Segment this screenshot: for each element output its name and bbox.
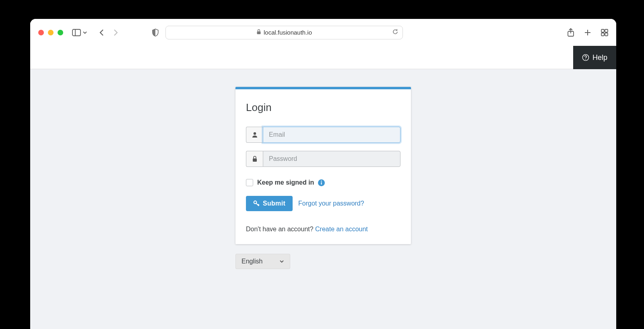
shield-icon[interactable] [152, 29, 159, 37]
address-bar-host: local.fusionauth.io [264, 29, 312, 36]
email-input-group [246, 127, 400, 143]
new-tab-icon[interactable] [584, 29, 591, 36]
signup-row: Don't have an account? Create an account [246, 226, 400, 233]
page-header: Help [30, 46, 616, 69]
chevron-down-icon [279, 259, 284, 264]
browser-window: local.fusionauth.io [30, 19, 616, 329]
submit-button[interactable]: Submit [246, 196, 293, 211]
create-account-link[interactable]: Create an account [315, 226, 368, 232]
share-icon[interactable] [567, 28, 574, 37]
submit-row: Submit Forgot your password? [246, 196, 400, 211]
password-input-group [246, 151, 400, 167]
password-field[interactable] [263, 151, 400, 167]
page-body: Login Keep me signed in [30, 69, 616, 329]
window-controls [38, 30, 63, 35]
svg-rect-7 [601, 29, 604, 32]
lock-icon [246, 151, 263, 167]
login-title: Login [246, 101, 400, 114]
refresh-icon[interactable] [392, 29, 398, 36]
login-panel: Login Keep me signed in [235, 87, 411, 244]
svg-rect-0 [72, 29, 80, 36]
svg-rect-9 [601, 33, 604, 36]
svg-rect-8 [605, 29, 608, 32]
svg-point-17 [321, 181, 322, 182]
svg-point-13 [253, 132, 256, 135]
key-icon [253, 200, 260, 207]
address-bar[interactable]: local.fusionauth.io [165, 26, 403, 39]
svg-rect-14 [253, 158, 257, 162]
help-icon [582, 54, 589, 61]
language-select-wrap: English [235, 254, 290, 269]
browser-toolbar: local.fusionauth.io [30, 19, 616, 46]
svg-rect-2 [257, 31, 260, 34]
info-icon[interactable] [318, 179, 325, 186]
help-button-label: Help [592, 53, 607, 62]
email-field[interactable] [263, 127, 400, 143]
back-button[interactable] [99, 29, 105, 37]
language-select[interactable]: English [235, 254, 290, 269]
svg-point-18 [254, 201, 257, 204]
lock-icon [256, 29, 261, 36]
window-minimize-button[interactable] [48, 30, 54, 35]
language-selected-label: English [242, 258, 262, 265]
tab-overview-icon[interactable] [601, 29, 608, 36]
help-button[interactable]: Help [573, 46, 616, 69]
user-icon [246, 127, 263, 143]
remember-me-row: Keep me signed in [246, 179, 400, 186]
submit-button-label: Submit [263, 200, 285, 207]
forward-button[interactable] [112, 29, 119, 37]
svg-rect-16 [321, 182, 322, 185]
window-zoom-button[interactable] [58, 30, 63, 35]
remember-me-label: Keep me signed in [257, 179, 314, 186]
sidebar-dropdown-icon[interactable] [83, 30, 87, 35]
remember-me-checkbox[interactable] [246, 179, 253, 186]
window-close-button[interactable] [38, 30, 44, 35]
svg-rect-10 [605, 33, 608, 36]
signup-prompt: Don't have an account? [246, 226, 315, 232]
forgot-password-link[interactable]: Forgot your password? [298, 200, 364, 207]
svg-point-12 [585, 59, 586, 60]
sidebar-toggle-icon[interactable] [72, 29, 81, 36]
